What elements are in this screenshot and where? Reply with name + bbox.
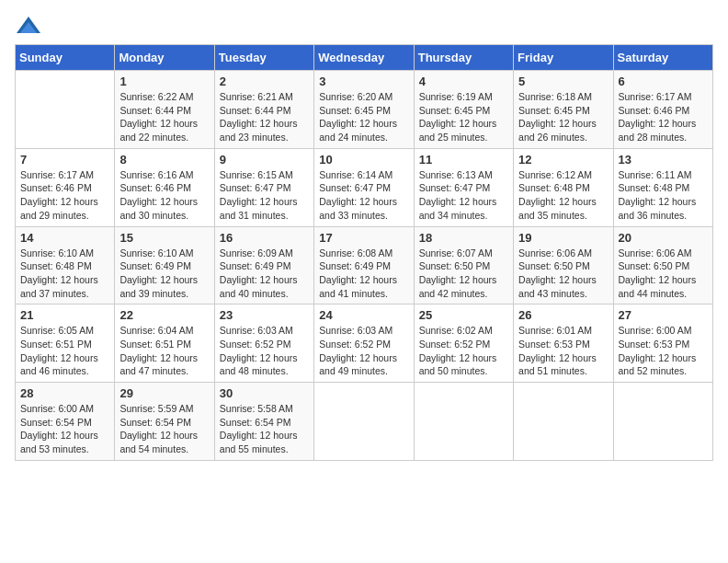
cell-2-1: 15Sunrise: 6:10 AM Sunset: 6:49 PM Dayli… — [115, 226, 214, 304]
cell-2-5: 19Sunrise: 6:06 AM Sunset: 6:50 PM Dayli… — [514, 226, 613, 304]
week-row-1: 7Sunrise: 6:17 AM Sunset: 6:46 PM Daylig… — [16, 148, 713, 226]
day-number: 16 — [220, 231, 309, 245]
col-monday: Monday — [115, 45, 214, 71]
cell-1-3: 10Sunrise: 6:14 AM Sunset: 6:47 PM Dayli… — [314, 148, 414, 226]
cell-4-1: 29Sunrise: 5:59 AM Sunset: 6:54 PM Dayli… — [115, 383, 214, 461]
day-info: Sunrise: 6:20 AM Sunset: 6:45 PM Dayligh… — [319, 90, 408, 144]
day-number: 1 — [119, 75, 209, 88]
day-info: Sunrise: 6:07 AM Sunset: 6:50 PM Dayligh… — [419, 247, 508, 301]
day-number: 20 — [619, 231, 708, 245]
day-number: 18 — [419, 231, 508, 245]
cell-3-2: 23Sunrise: 6:03 AM Sunset: 6:52 PM Dayli… — [214, 304, 313, 383]
cell-4-3 — [314, 383, 414, 461]
day-info: Sunrise: 6:18 AM Sunset: 6:45 PM Dayligh… — [518, 90, 608, 144]
cell-0-1: 1Sunrise: 6:22 AM Sunset: 6:44 PM Daylig… — [115, 71, 214, 149]
day-info: Sunrise: 5:59 AM Sunset: 6:54 PM Dayligh… — [119, 402, 209, 456]
day-info: Sunrise: 6:11 AM Sunset: 6:48 PM Dayligh… — [619, 168, 708, 223]
cell-3-5: 26Sunrise: 6:01 AM Sunset: 6:53 PM Dayli… — [514, 304, 613, 383]
day-number: 26 — [518, 308, 608, 322]
day-info: Sunrise: 6:14 AM Sunset: 6:47 PM Dayligh… — [319, 168, 408, 223]
cell-2-4: 18Sunrise: 6:07 AM Sunset: 6:50 PM Dayli… — [414, 226, 513, 304]
day-number: 21 — [20, 308, 109, 322]
cell-3-4: 25Sunrise: 6:02 AM Sunset: 6:52 PM Dayli… — [414, 304, 513, 383]
day-info: Sunrise: 6:00 AM Sunset: 6:53 PM Dayligh… — [619, 324, 708, 378]
day-info: Sunrise: 6:17 AM Sunset: 6:46 PM Dayligh… — [619, 90, 708, 144]
day-number: 19 — [518, 231, 608, 245]
day-info: Sunrise: 6:00 AM Sunset: 6:54 PM Dayligh… — [20, 402, 109, 456]
cell-0-2: 2Sunrise: 6:21 AM Sunset: 6:44 PM Daylig… — [214, 71, 313, 149]
cell-1-0: 7Sunrise: 6:17 AM Sunset: 6:46 PM Daylig… — [16, 148, 115, 226]
day-info: Sunrise: 6:05 AM Sunset: 6:51 PM Dayligh… — [20, 324, 109, 378]
cell-2-2: 16Sunrise: 6:09 AM Sunset: 6:49 PM Dayli… — [214, 226, 313, 304]
day-number: 27 — [619, 308, 708, 322]
day-number: 29 — [119, 386, 209, 400]
day-info: Sunrise: 6:03 AM Sunset: 6:52 PM Dayligh… — [319, 324, 408, 378]
cell-2-3: 17Sunrise: 6:08 AM Sunset: 6:49 PM Dayli… — [314, 226, 414, 304]
col-thursday: Thursday — [414, 45, 513, 71]
day-number: 8 — [119, 153, 209, 167]
col-friday: Friday — [514, 45, 613, 71]
day-number: 14 — [20, 231, 109, 245]
day-number: 22 — [119, 308, 209, 322]
cell-2-0: 14Sunrise: 6:10 AM Sunset: 6:48 PM Dayli… — [16, 226, 115, 304]
day-number: 2 — [220, 75, 309, 88]
day-number: 23 — [220, 308, 309, 322]
week-row-2: 14Sunrise: 6:10 AM Sunset: 6:48 PM Dayli… — [16, 226, 713, 304]
cell-4-4 — [414, 383, 513, 461]
cell-0-3: 3Sunrise: 6:20 AM Sunset: 6:45 PM Daylig… — [314, 71, 414, 149]
day-info: Sunrise: 6:22 AM Sunset: 6:44 PM Dayligh… — [119, 90, 209, 144]
day-number: 3 — [319, 75, 408, 88]
day-info: Sunrise: 6:06 AM Sunset: 6:50 PM Dayligh… — [619, 247, 708, 301]
day-info: Sunrise: 6:13 AM Sunset: 6:47 PM Dayligh… — [419, 168, 508, 223]
week-row-3: 21Sunrise: 6:05 AM Sunset: 6:51 PM Dayli… — [16, 304, 713, 383]
calendar-header: SundayMondayTuesdayWednesdayThursdayFrid… — [16, 45, 713, 71]
day-info: Sunrise: 6:04 AM Sunset: 6:51 PM Dayligh… — [119, 324, 209, 378]
day-number: 17 — [319, 231, 408, 245]
day-number: 12 — [518, 153, 608, 167]
day-number: 4 — [419, 75, 508, 88]
day-number: 15 — [119, 231, 209, 245]
day-info: Sunrise: 6:10 AM Sunset: 6:48 PM Dayligh… — [20, 247, 109, 301]
col-wednesday: Wednesday — [314, 45, 414, 71]
day-info: Sunrise: 6:17 AM Sunset: 6:46 PM Dayligh… — [20, 168, 109, 223]
cell-2-6: 20Sunrise: 6:06 AM Sunset: 6:50 PM Dayli… — [613, 226, 712, 304]
day-info: Sunrise: 5:58 AM Sunset: 6:54 PM Dayligh… — [220, 402, 309, 456]
day-number: 25 — [419, 308, 508, 322]
cell-1-4: 11Sunrise: 6:13 AM Sunset: 6:47 PM Dayli… — [414, 148, 513, 226]
day-info: Sunrise: 6:08 AM Sunset: 6:49 PM Dayligh… — [319, 247, 408, 301]
day-number: 13 — [619, 153, 708, 167]
logo-icon — [15, 15, 42, 37]
cell-0-0 — [16, 71, 115, 149]
cell-3-0: 21Sunrise: 6:05 AM Sunset: 6:51 PM Dayli… — [16, 304, 115, 383]
cell-3-3: 24Sunrise: 6:03 AM Sunset: 6:52 PM Dayli… — [314, 304, 414, 383]
cell-4-0: 28Sunrise: 6:00 AM Sunset: 6:54 PM Dayli… — [16, 383, 115, 461]
day-number: 30 — [220, 386, 309, 400]
day-number: 10 — [319, 153, 408, 167]
day-number: 5 — [518, 75, 608, 88]
col-saturday: Saturday — [613, 45, 712, 71]
day-number: 6 — [619, 75, 708, 88]
week-row-4: 28Sunrise: 6:00 AM Sunset: 6:54 PM Dayli… — [16, 383, 713, 461]
day-info: Sunrise: 6:01 AM Sunset: 6:53 PM Dayligh… — [518, 324, 608, 378]
col-sunday: Sunday — [16, 45, 115, 71]
week-row-0: 1Sunrise: 6:22 AM Sunset: 6:44 PM Daylig… — [16, 71, 713, 149]
cell-4-6 — [613, 383, 712, 461]
day-info: Sunrise: 6:21 AM Sunset: 6:44 PM Dayligh… — [220, 90, 309, 144]
day-info: Sunrise: 6:19 AM Sunset: 6:45 PM Dayligh… — [419, 90, 508, 144]
cell-1-1: 8Sunrise: 6:16 AM Sunset: 6:46 PM Daylig… — [115, 148, 214, 226]
cell-1-6: 13Sunrise: 6:11 AM Sunset: 6:48 PM Dayli… — [613, 148, 712, 226]
day-info: Sunrise: 6:16 AM Sunset: 6:46 PM Dayligh… — [119, 168, 209, 223]
day-number: 9 — [220, 153, 309, 167]
cell-0-6: 6Sunrise: 6:17 AM Sunset: 6:46 PM Daylig… — [613, 71, 712, 149]
logo — [15, 15, 46, 37]
header — [15, 15, 713, 37]
day-number: 24 — [319, 308, 408, 322]
day-number: 11 — [419, 153, 508, 167]
day-info: Sunrise: 6:06 AM Sunset: 6:50 PM Dayligh… — [518, 247, 608, 301]
day-info: Sunrise: 6:03 AM Sunset: 6:52 PM Dayligh… — [220, 324, 309, 378]
calendar-table: SundayMondayTuesdayWednesdayThursdayFrid… — [15, 44, 713, 461]
cell-0-4: 4Sunrise: 6:19 AM Sunset: 6:45 PM Daylig… — [414, 71, 513, 149]
cell-1-2: 9Sunrise: 6:15 AM Sunset: 6:47 PM Daylig… — [214, 148, 313, 226]
day-number: 28 — [20, 386, 109, 400]
cell-3-1: 22Sunrise: 6:04 AM Sunset: 6:51 PM Dayli… — [115, 304, 214, 383]
